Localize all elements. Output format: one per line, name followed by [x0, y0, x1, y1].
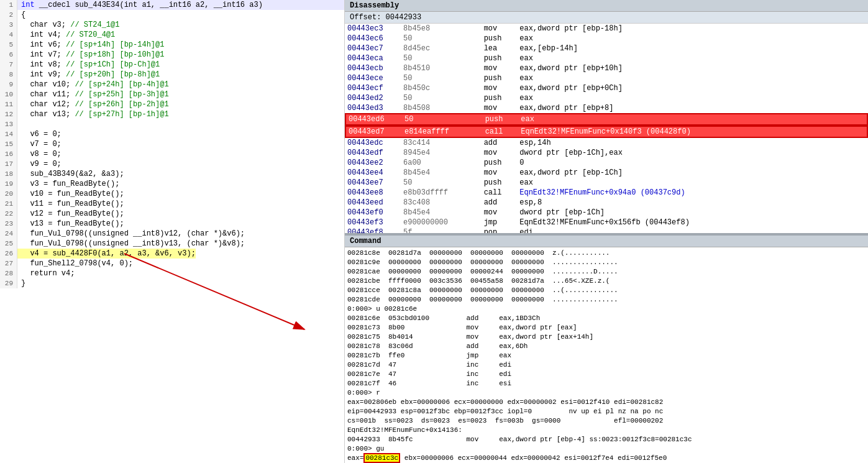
code-line[interactable]: 12 char v13; // [sp+27h] [bp-1h]@1 — [0, 109, 344, 119]
disasm-row[interactable]: 00443ed3 8b4508 mov eax,dword ptr [ebp+8… — [345, 103, 868, 113]
code-line[interactable]: 1int __cdecl sub_443E34(int a1, __int16 … — [0, 0, 344, 10]
code-line[interactable]: 23 v13 = fun_ReadByte(); — [0, 219, 344, 229]
disasm-operand: eax,dword ptr [ebp+0Ch] — [519, 83, 623, 93]
disasm-row[interactable]: 00443edc 83c414 add esp,14h — [345, 138, 868, 148]
disasm-mnemonic: mov — [484, 103, 520, 113]
code-line[interactable]: 2{ — [0, 10, 344, 20]
disasm-mnemonic: add — [484, 138, 520, 148]
code-line[interactable]: 29} — [0, 278, 344, 288]
line-number: 26 — [0, 249, 17, 259]
line-content: { — [17, 10, 25, 20]
code-line[interactable]: 16 v8 = 0; — [0, 149, 344, 159]
disasm-address: 00443ec6 — [347, 34, 403, 44]
code-line[interactable]: 15 v7 = 0; — [0, 139, 344, 149]
code-line[interactable]: 19 v3 = fun_ReadByte(); — [0, 179, 344, 189]
code-line[interactable]: 13 — [0, 119, 344, 129]
command-section: Command 00281c8e 00281d7a 00000000 00000… — [345, 236, 868, 463]
disasm-bytes: 8945e4 — [403, 148, 484, 158]
disasm-row[interactable]: 00443ed2 50 push eax — [345, 93, 868, 103]
disasm-row[interactable]: 00443edf 8945e4 mov dword ptr [ebp-1Ch],… — [345, 148, 868, 158]
disasm-operand: eax — [519, 178, 533, 188]
disasm-bytes: e8b03dffff — [403, 188, 484, 198]
code-line[interactable]: 21 v11 = fun_ReadByte(); — [0, 199, 344, 209]
disasm-bytes: 5f — [403, 227, 484, 233]
code-line[interactable]: 5 int v6; // [sp+14h] [bp-14h]@1 — [0, 40, 344, 50]
disasm-row[interactable]: 00443eed 83c408 add esp,8 — [345, 198, 868, 208]
disasm-bytes: 8b4510 — [403, 63, 484, 73]
disasm-title: Disassembly — [350, 1, 399, 10]
code-line[interactable]: 28 return v4; — [0, 268, 344, 278]
command-content[interactable]: 00281c8e 00281d7a 00000000 00000000 0000… — [345, 247, 868, 463]
line-number: 9 — [0, 80, 17, 89]
disasm-bytes: 6a00 — [403, 158, 484, 168]
code-panel[interactable]: 1int __cdecl sub_443E34(int a1, __int16 … — [0, 0, 345, 463]
disasm-operand: EqnEdt32!MFEnumFunc+0x94a0 (00437c9d) — [519, 188, 685, 198]
disasm-operand: esp,14h — [519, 138, 550, 148]
code-line[interactable]: 4 int v4; // ST20_4@1 — [0, 30, 344, 40]
line-content: char v13; // [sp+27h] [bp-1h]@1 — [17, 109, 169, 119]
disasm-content[interactable]: 00443ec3 8b45e8 mov eax,dword ptr [ebp-1… — [345, 24, 868, 233]
code-line[interactable]: 7 int v8; // [sp+1Ch] [bp-Ch]@1 — [0, 60, 344, 70]
line-content: v13 = fun_ReadByte(); — [17, 219, 124, 229]
disasm-operand: eax — [521, 114, 534, 124]
disasm-row[interactable]: 00443ee7 50 push eax — [345, 178, 868, 188]
code-line[interactable]: 11 char v12; // [sp+26h] [bp-2h]@1 — [0, 99, 344, 109]
code-line[interactable]: 8 int v9; // [sp+20h] [bp-8h]@1 — [0, 70, 344, 80]
line-number: 6 — [0, 50, 17, 60]
disasm-row[interactable]: 00443ee2 6a00 push 0 — [345, 158, 868, 168]
disasm-row[interactable]: 00443ecb 8b4510 mov eax,dword ptr [ebp+1… — [345, 63, 868, 73]
disasm-address: 00443ed2 — [347, 93, 403, 103]
disasm-row[interactable]: 00443ec3 8b45e8 mov eax,dword ptr [ebp-1… — [345, 24, 868, 34]
disasm-header: Disassembly — [345, 0, 868, 12]
disasm-row[interactable]: 00443ece 50 push eax — [345, 73, 868, 83]
disasm-row[interactable]: 00443eca 50 push eax — [345, 53, 868, 63]
command-line: 00281c7b ffe0 jmp eax — [347, 351, 866, 360]
disasm-row[interactable]: 00443ef0 8b45e4 mov dword ptr [ebp-1Ch] — [345, 208, 868, 218]
disasm-row[interactable]: 00443ec6 50 push eax — [345, 34, 868, 44]
code-line[interactable]: 10 char v11; // [sp+25h] [bp-3h]@1 — [0, 89, 344, 99]
code-line[interactable]: 26 v4 = sub_4428F0(a1, a2, a3, &v6, v3); — [0, 249, 344, 259]
disasm-bytes: 8b450c — [403, 83, 484, 93]
code-line[interactable]: 22 v12 = fun_ReadByte(); — [0, 209, 344, 219]
disasm-mnemonic: push — [484, 73, 520, 83]
line-number: 16 — [0, 149, 17, 159]
disasm-row[interactable]: 00443ee4 8b45e4 mov eax,dword ptr [ebp-1… — [345, 168, 868, 178]
code-line[interactable]: 18 sub_43B349(&a2, &a3); — [0, 169, 344, 179]
disasm-row[interactable]: 00443ed6 50 push eax — [345, 113, 868, 126]
disasm-mnemonic: mov — [484, 148, 520, 158]
code-line[interactable]: 27 fun_Shell2_0798(v4, 0); — [0, 259, 344, 268]
line-number: 28 — [0, 268, 17, 278]
disasm-row[interactable]: 00443ee8 e8b03dffff call EqnEdt32!MFEnum… — [345, 188, 868, 198]
code-line[interactable]: 6 int v7; // [sp+18h] [bp-10h]@1 — [0, 50, 344, 60]
disasm-mnemonic: jmp — [484, 218, 520, 227]
code-line[interactable]: 17 v9 = 0; — [0, 159, 344, 169]
disasm-address: 00443ef8 — [347, 227, 403, 233]
disasm-mnemonic: push — [484, 34, 520, 44]
line-number: 21 — [0, 199, 17, 209]
disasm-row[interactable]: 00443ef3 e900000000 jmp EqnEdt32!MFEnumF… — [345, 218, 868, 227]
disasm-mnemonic: push — [484, 178, 520, 188]
disasm-address: 00443ee4 — [347, 168, 403, 178]
code-line[interactable]: 20 v10 = fun_ReadByte(); — [0, 189, 344, 199]
disasm-operand: eax — [519, 53, 533, 63]
command-title: Command — [350, 237, 381, 245]
command-line: 00281c73 8b00 mov eax,dword ptr [eax] — [347, 323, 866, 332]
line-number: 14 — [0, 129, 17, 139]
line-content: char v10; // [sp+24h] [bp-4h]@1 — [17, 80, 169, 89]
disasm-row[interactable]: 00443ed7 e814eaffff call EqnEdt32!MFEnum… — [345, 126, 868, 138]
disasm-bytes: 50 — [403, 93, 484, 103]
code-line[interactable]: 24 fun_Vul_0798((unsigned __int8)v12, (c… — [0, 229, 344, 239]
disasm-row[interactable]: 00443ecf 8b450c mov eax,dword ptr [ebp+0… — [345, 83, 868, 93]
line-content: v8 = 0; — [17, 149, 62, 159]
code-line[interactable]: 3 char v3; // ST24_1@1 — [0, 20, 344, 30]
disasm-row[interactable]: 00443ec7 8d45ec lea eax,[ebp-14h] — [345, 44, 868, 53]
disasm-operand: EqnEdt32!MFEnumFunc+0x140f3 (004428f0) — [521, 127, 691, 137]
code-line[interactable]: 9 char v10; // [sp+24h] [bp-4h]@1 — [0, 80, 344, 89]
disasm-row[interactable]: 00443ef8 5f pop edi — [345, 227, 868, 233]
code-line[interactable]: 14 v6 = 0; — [0, 129, 344, 139]
command-line: 00281c7f 46 inc esi — [347, 379, 866, 388]
disasm-operand: esp,8 — [519, 198, 542, 208]
disasm-address: 00443ef3 — [347, 218, 403, 227]
disasm-operand: eax — [519, 93, 533, 103]
code-line[interactable]: 25 fun_Vul_0798((unsigned __int8)v13, (c… — [0, 239, 344, 249]
